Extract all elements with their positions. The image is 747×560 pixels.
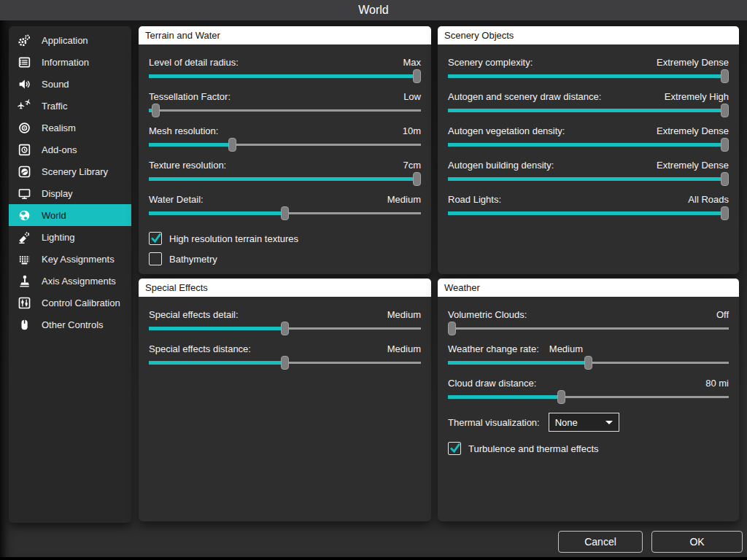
sidebar-item-label: Key Assignments	[42, 254, 115, 265]
slider-track	[149, 109, 421, 112]
scenery-complexity-slider[interactable]	[448, 69, 729, 85]
sidebar-item-addons[interactable]: Add-ons	[9, 139, 131, 160]
speaker-icon	[16, 77, 32, 91]
setting-row: Autogen building density:Extremely Dense	[448, 160, 729, 187]
volumetric-clouds-slider[interactable]	[448, 321, 729, 337]
sidebar-item-information[interactable]: Information	[9, 51, 131, 73]
slider-fill	[448, 211, 729, 215]
slider-thumb[interactable]	[152, 104, 160, 117]
slider-label: Special effects distance:	[149, 343, 251, 355]
sidebar-item-application[interactable]: Application	[9, 29, 131, 51]
sidebar-item-label: Traffic	[42, 101, 67, 112]
turbulence-thermal-effects-checkbox[interactable]: Turbulence and thermal effects	[448, 438, 729, 459]
slider-thumb[interactable]	[721, 104, 729, 117]
slider-label: Volumetric Clouds:	[448, 309, 527, 321]
autogen-building-density-slider[interactable]	[448, 171, 729, 187]
slider-label: Scenery complexity:	[448, 57, 533, 69]
slider-value: Extremely Dense	[657, 57, 729, 69]
level-of-detail-radius-slider[interactable]	[149, 69, 421, 85]
slider-value: Extremely Dense	[657, 125, 729, 137]
cancel-button[interactable]: Cancel	[558, 531, 643, 553]
sidebar-item-other-controls[interactable]: Other Controls	[9, 314, 131, 335]
sidebar-item-realism[interactable]: Realism	[9, 117, 131, 139]
slider-thumb[interactable]	[281, 206, 289, 220]
slider-label: Mesh resolution:	[149, 125, 218, 137]
slider-label: Special effects detail:	[149, 309, 239, 321]
sidebar-item-sound[interactable]: Sound	[9, 73, 131, 95]
slider-value: 10m	[403, 125, 421, 137]
slider-fill	[448, 109, 729, 112]
sidebar-item-scenery-library[interactable]: Scenery Library	[9, 160, 131, 182]
list-icon	[16, 55, 32, 69]
sidebar-item-label: Scenery Library	[42, 166, 108, 177]
panel-title: Terrain and Water	[139, 26, 431, 44]
titlebar: World	[0, 0, 747, 20]
special-effects-detail-slider[interactable]	[149, 321, 421, 337]
high-resolution-terrain-textures-checkbox[interactable]: High resolution terrain textures	[149, 228, 421, 249]
bathymetry-checkbox[interactable]: Bathymetry	[149, 249, 421, 269]
slider-label: Autogen building density:	[448, 160, 554, 171]
autogen-vegetation-density-slider[interactable]	[448, 137, 729, 153]
sidebar-item-key-assignments[interactable]: Key Assignments	[9, 248, 131, 270]
setting-row: Tessellation Factor:Low	[149, 91, 421, 119]
setting-row: Scenery complexity:Extremely Dense	[448, 57, 729, 85]
setting-row: Level of detail radius:Max	[149, 57, 421, 85]
slider-label: Level of detail radius:	[149, 57, 239, 69]
setting-row: Special effects distance:Medium	[149, 343, 421, 371]
scenery-objects-panel: Scenery Objects Scenery complexity:Extre…	[438, 26, 739, 274]
tessellation-factor-slider[interactable]	[149, 103, 421, 119]
road-lights-slider[interactable]	[448, 206, 729, 222]
sidebar-item-control-calibration[interactable]: Control Calibration	[9, 292, 131, 314]
slider-thumb[interactable]	[228, 138, 236, 152]
sliders-icon	[16, 295, 32, 310]
slider-value: Off	[716, 309, 729, 321]
slider-thumb[interactable]	[413, 172, 421, 186]
sidebar-item-display[interactable]: Display	[9, 182, 131, 204]
ok-button[interactable]: OK	[651, 531, 743, 553]
settings-nav-sidebar: Application Information Sound Traffic	[9, 26, 131, 523]
slider-thumb[interactable]	[281, 322, 289, 335]
slider-track	[448, 327, 729, 330]
panel-title: Special Effects	[139, 279, 431, 297]
checkbox-box[interactable]	[149, 252, 162, 265]
mesh-resolution-slider[interactable]	[149, 137, 421, 153]
sidebar-item-axis-assignments[interactable]: Axis Assignments	[9, 270, 131, 292]
weather-change-rate-slider[interactable]	[448, 355, 729, 371]
slider-value: All Roads	[688, 194, 729, 206]
box-clock-icon	[16, 142, 32, 157]
setting-row: Weather change rate:Medium	[448, 343, 729, 371]
thermal-visualization-dropdown[interactable]: None	[549, 413, 619, 432]
sidebar-item-world[interactable]: World	[9, 204, 131, 226]
slider-fill	[448, 74, 729, 78]
slider-value: Extremely High	[665, 91, 729, 103]
panel-title: Scenery Objects	[438, 26, 739, 44]
autogen-scenery-draw-distance-slider[interactable]	[448, 103, 729, 119]
dropdown-label: Thermal visualization:	[448, 417, 540, 428]
checkbox-box[interactable]	[448, 442, 461, 455]
special-effects-panel: Special Effects Special effects detail:M…	[139, 279, 431, 521]
slider-label: Cloud draw distance:	[448, 378, 536, 389]
slider-label: Water Detail:	[149, 194, 204, 206]
sidebar-item-traffic[interactable]: Traffic	[9, 95, 131, 117]
sidebar-item-lighting[interactable]: Lighting	[9, 226, 131, 248]
slider-thumb[interactable]	[281, 356, 289, 370]
cloud-draw-distance-slider[interactable]	[448, 389, 729, 405]
slider-thumb[interactable]	[557, 390, 565, 404]
special-effects-distance-slider[interactable]	[149, 355, 421, 371]
slider-fill	[149, 177, 421, 181]
slider-thumb[interactable]	[448, 322, 456, 335]
slider-thumb[interactable]	[721, 69, 729, 83]
setting-row: Special effects detail:Medium	[149, 309, 421, 337]
checkbox-label: High resolution terrain textures	[169, 233, 298, 244]
slider-thumb[interactable]	[721, 206, 729, 220]
water-detail-slider[interactable]	[149, 206, 421, 222]
slider-value: Extremely Dense	[657, 160, 729, 171]
slider-thumb[interactable]	[721, 138, 729, 152]
sidebar-item-label: Add-ons	[42, 144, 77, 155]
texture-resolution-slider[interactable]	[149, 171, 421, 187]
slider-thumb[interactable]	[584, 356, 592, 370]
checkbox-box[interactable]	[149, 232, 162, 245]
slider-thumb[interactable]	[721, 172, 729, 186]
chevron-down-icon	[605, 421, 613, 424]
slider-thumb[interactable]	[413, 69, 421, 83]
